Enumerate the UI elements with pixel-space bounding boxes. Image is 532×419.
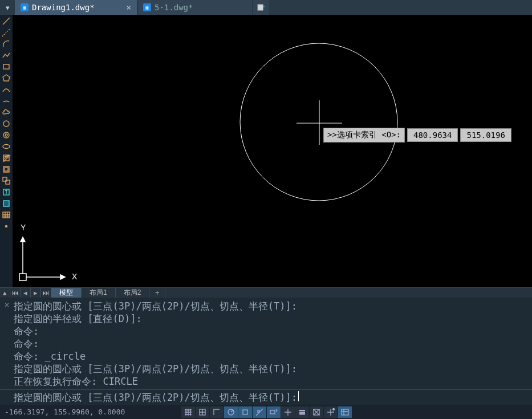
insert-block-tool-icon[interactable] — [1, 198, 12, 209]
svg-rect-13 — [3, 201, 9, 206]
ortho-toggle-icon[interactable] — [210, 406, 224, 418]
snap-toggle-icon[interactable] — [196, 406, 209, 418]
file-tab-inactive[interactable]: ▦ 5-1.dwg* × — [137, 0, 253, 15]
svg-rect-11 — [6, 180, 10, 184]
arc-tool-icon[interactable] — [1, 39, 12, 49]
close-command-panel-icon[interactable]: ✕ — [2, 300, 11, 309]
svg-rect-1 — [3, 64, 9, 69]
tab-list-dropdown[interactable]: ▾ — [0, 0, 15, 15]
dwg-file-icon: ▦ — [21, 3, 29, 11]
dynamic-input-y: 515.0196 — [460, 128, 511, 142]
status-bar: -166.3197, 155.9960, 0.0000 — [0, 405, 532, 419]
svg-rect-0 — [258, 5, 263, 11]
grid-toggle-icon[interactable] — [181, 406, 195, 418]
dwg-file-icon: ▦ — [143, 3, 151, 11]
revision-cloud-tool-icon[interactable] — [1, 107, 12, 117]
svg-point-29 — [333, 408, 335, 410]
lineweight-toggle-icon[interactable] — [295, 406, 309, 418]
text-caret — [298, 391, 299, 401]
snap-cursor-toggle-icon[interactable] — [281, 406, 295, 418]
draw-toolbar — [0, 15, 13, 291]
command-history-line: 指定圆的半径或 [直径(D)]: — [14, 312, 530, 325]
command-history-line: 正在恢复执行命令: CIRCLE — [14, 375, 530, 388]
svg-point-3 — [3, 121, 9, 127]
command-history-line: 命令: — [14, 325, 530, 337]
transparency-toggle-icon[interactable] — [310, 406, 323, 418]
layout-add-button[interactable]: + — [149, 288, 165, 298]
svg-rect-30 — [342, 409, 348, 415]
layout-prev-icon[interactable]: ◂ — [21, 288, 31, 298]
text-tool-icon[interactable] — [1, 187, 12, 197]
layout-first-icon[interactable]: ⏮ — [10, 288, 21, 298]
layout-tab-layout2[interactable]: 布局2 — [116, 288, 150, 298]
command-history-line: 命令: _circle — [14, 350, 530, 363]
file-tab-label: Drawing1.dwg* — [32, 3, 95, 12]
ucs-x-label: X — [72, 272, 78, 281]
command-history-line: 指定圆的圆心或 [三点(3P)/两点(2P)/切点、切点、半径(T)]: — [14, 363, 530, 375]
ucs-y-label: Y — [21, 223, 26, 232]
selection-cycling-toggle-icon[interactable] — [324, 406, 338, 418]
svg-point-4 — [3, 132, 9, 138]
boundary-tool-icon[interactable] — [1, 164, 12, 174]
file-tab-label: 5-1.dwg* — [155, 3, 193, 12]
svg-rect-9 — [5, 168, 8, 171]
svg-marker-22 — [21, 237, 25, 242]
point-tool-icon[interactable] — [1, 221, 12, 231]
layout-tab-model[interactable]: 模型 — [51, 288, 82, 298]
dynamic-input-x: 480.9634 — [407, 128, 458, 142]
model-toggle-icon[interactable] — [338, 406, 352, 418]
svg-point-5 — [5, 134, 7, 136]
command-prompt-text: 指定圆的圆心或 [三点(3P)/两点(2P)/切点、切点、半径(T)]: — [14, 391, 297, 404]
svg-marker-20 — [60, 275, 65, 279]
layout-next-icon[interactable]: ▸ — [31, 288, 41, 298]
otrack-toggle-icon[interactable] — [253, 406, 266, 418]
ucs-icon: X Y — [19, 223, 78, 281]
drawn-circle — [240, 43, 397, 201]
polar-toggle-icon[interactable] — [224, 406, 238, 418]
file-tab-strip: ▾ ▦ Drawing1.dwg* × ▦ 5-1.dwg* × — [0, 0, 532, 15]
line-tool-icon[interactable] — [1, 16, 12, 26]
status-toggle-group — [181, 406, 352, 418]
svg-point-15 — [6, 226, 7, 227]
hatch-tool-icon[interactable] — [1, 153, 12, 163]
ellipse-tool-icon[interactable] — [1, 141, 12, 152]
svg-rect-18 — [19, 274, 26, 280]
polyline-tool-icon[interactable] — [1, 50, 12, 60]
dynamic-input-toggle-icon[interactable] — [267, 406, 281, 418]
command-history-line: 指定圆的圆心或 [三点(3P)/两点(2P)/切点、切点、半径(T)]: — [14, 300, 530, 312]
new-file-tab-button[interactable] — [253, 0, 269, 15]
svg-rect-10 — [3, 177, 7, 181]
command-panel: ✕ 指定圆的圆心或 [三点(3P)/两点(2P)/切点、切点、半径(T)]: 指… — [0, 298, 532, 405]
file-tab-active[interactable]: ▦ Drawing1.dwg* × — [15, 0, 137, 15]
svg-point-6 — [3, 145, 10, 149]
ellipse-arc-tool-icon[interactable] — [1, 96, 12, 106]
layout-last-icon[interactable]: ⏭ — [41, 288, 51, 298]
circle-tool-icon[interactable] — [1, 119, 12, 129]
svg-rect-14 — [3, 212, 10, 218]
cursor-coordinates[interactable]: -166.3197, 155.9960, 0.0000 — [5, 408, 176, 416]
block-tool-icon[interactable] — [1, 176, 12, 186]
svg-rect-26 — [258, 410, 259, 412]
drawing-canvas[interactable]: X Y >>选项卡索引 <O>: 480.9634 515.0196 — [13, 15, 532, 287]
osnap-toggle-icon[interactable] — [238, 406, 252, 418]
close-tab-icon[interactable]: × — [127, 3, 131, 12]
command-input[interactable]: 指定圆的圆心或 [三点(3P)/两点(2P)/切点、切点、半径(T)]: — [0, 389, 532, 405]
canvas-scene: X Y — [13, 15, 532, 287]
layout-up-icon[interactable]: ▴ — [0, 288, 10, 298]
construction-line-tool-icon[interactable] — [1, 27, 12, 38]
svg-rect-25 — [243, 410, 247, 414]
command-history[interactable]: 指定圆的圆心或 [三点(3P)/两点(2P)/切点、切点、半径(T)]: 指定圆… — [0, 298, 532, 389]
layout-tab-layout1[interactable]: 布局1 — [82, 288, 116, 298]
rectangle-tool-icon[interactable] — [1, 62, 12, 72]
dynamic-input-tooltip: >>选项卡索引 <O>: 480.9634 515.0196 — [323, 128, 511, 143]
svg-marker-2 — [3, 75, 10, 81]
svg-rect-27 — [270, 410, 275, 414]
donut-tool-icon[interactable] — [1, 130, 12, 140]
dynamic-input-prompt[interactable]: >>选项卡索引 <O>: — [323, 128, 405, 143]
table-tool-icon[interactable] — [1, 210, 12, 220]
spline-tool-icon[interactable] — [1, 84, 12, 95]
layout-tab-strip: ▴ ⏮ ◂ ▸ ⏭ 模型 布局1 布局2 + — [0, 287, 532, 298]
polygon-tool-icon[interactable] — [1, 73, 12, 83]
command-history-line: 命令: — [14, 337, 530, 350]
